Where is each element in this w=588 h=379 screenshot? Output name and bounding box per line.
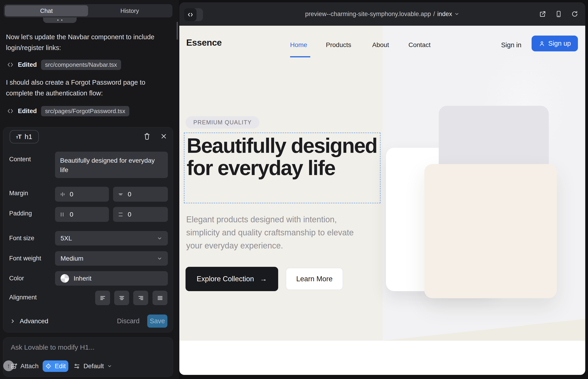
h1-selection-outline[interactable]: Beautifully designed for everyday life [184, 133, 380, 203]
arrow-up-icon: ↑ [7, 362, 10, 370]
margin-label: Margin [9, 190, 28, 197]
open-external-button[interactable] [538, 9, 547, 19]
chat-history-tabbar: Chat History [4, 4, 172, 17]
align-justify-button[interactable] [153, 291, 167, 305]
hero-heading[interactable]: Beautifully designed for everyday life [187, 134, 379, 179]
trash-icon [144, 133, 150, 140]
discard-button[interactable]: Discard [117, 315, 139, 328]
edit-mode-button[interactable]: Edit [43, 360, 68, 372]
chat-composer[interactable]: Ask Lovable to modify H1... Attach Edit … [3, 337, 173, 377]
align-center-icon [118, 295, 125, 301]
preview-browser-window: preview--charming-site-symphony.lovable.… [179, 2, 585, 375]
edited-file-row: Edited src/pages/ForgotPassword.tsx [7, 106, 129, 116]
close-editor-button[interactable] [160, 132, 168, 140]
site-preview: Essence Home Products About Contact Sign… [179, 26, 585, 375]
code-view-segment[interactable] [184, 8, 197, 21]
padding-label: Padding [9, 210, 32, 217]
color-label: Color [9, 275, 24, 282]
code-preview-toggle[interactable] [184, 8, 203, 21]
code-icon [187, 11, 194, 18]
alignment-label: Alignment [9, 294, 37, 301]
composer-toolbar: Attach Edit Default ↑ [3, 360, 173, 372]
composer-placeholder: Ask Lovable to modify H1... [11, 344, 94, 351]
refresh-icon [571, 11, 578, 17]
chevron-down-icon [157, 236, 162, 241]
sliders-icon [73, 363, 80, 370]
advanced-toggle[interactable]: Advanced [10, 315, 48, 328]
chat-message: Now let's update the Navbar component to… [6, 32, 169, 53]
chevron-down-icon [157, 256, 162, 261]
chat-scrollbar[interactable] [177, 22, 178, 40]
smartphone-icon [556, 11, 562, 17]
close-icon [160, 133, 167, 140]
padding-horizontal-icon [60, 211, 66, 218]
mobile-view-button[interactable] [554, 9, 563, 19]
chat-message: I should also create a Forgot Password p… [6, 77, 169, 99]
edited-label: Edited [18, 61, 37, 68]
code-icon [7, 108, 14, 114]
delete-element-button[interactable] [143, 132, 151, 140]
align-center-button[interactable] [114, 291, 129, 305]
align-left-button[interactable] [95, 291, 110, 305]
url-separator: / [433, 11, 435, 18]
file-path-badge[interactable]: src/components/Navbar.tsx [41, 60, 121, 70]
color-select[interactable]: Inherit [55, 271, 168, 286]
attach-button[interactable]: Attach [11, 360, 39, 372]
chat-sidebar: Chat History Now let's update the Navbar… [0, 0, 179, 379]
padding-vertical-icon [118, 211, 124, 218]
target-icon [45, 363, 52, 369]
content-input[interactable]: Beautifully designed for everyday life [55, 152, 168, 178]
url-domain: preview--charming-site-symphony.lovable.… [305, 11, 431, 18]
margin-horizontal-icon [60, 191, 66, 197]
padding-y-input[interactable]: 0 [113, 207, 168, 222]
tab-history[interactable]: History [88, 5, 171, 16]
external-link-icon [539, 11, 546, 17]
refresh-button[interactable] [570, 9, 579, 19]
explore-collection-button[interactable]: Explore Collection → [186, 267, 278, 291]
align-right-icon [137, 295, 144, 301]
learn-more-button[interactable]: Learn More [286, 268, 343, 290]
edited-label: Edited [18, 108, 37, 115]
browser-chrome: preview--charming-site-symphony.lovable.… [179, 2, 585, 26]
font-size-select[interactable]: 5XL [55, 231, 168, 245]
scrolled-pill-partial [43, 17, 77, 23]
hero-paragraph: Elegant products designed with intention… [186, 213, 356, 252]
align-right-button[interactable] [133, 291, 148, 305]
font-weight-label: Font weight [9, 255, 41, 262]
margin-y-input[interactable]: 0 [113, 187, 168, 202]
content-label: Content [9, 156, 31, 163]
edited-file-row: Edited src/components/Navbar.tsx [7, 60, 121, 70]
premium-quality-badge: PREMIUM QUALITY [186, 116, 259, 128]
tab-chat[interactable]: Chat [5, 5, 88, 16]
save-button[interactable]: Save [147, 315, 167, 328]
url-bar[interactable]: preview--charming-site-symphony.lovable.… [248, 2, 516, 26]
code-icon [7, 61, 14, 68]
element-tag-label: h1 [25, 133, 32, 141]
padding-x-input[interactable]: 0 [55, 207, 109, 222]
chevron-down-icon[interactable] [454, 12, 459, 16]
margin-vertical-icon [118, 191, 124, 197]
hero-section: PREMIUM QUALITY Beautifully designed for… [179, 26, 585, 341]
font-size-label: Font size [9, 235, 34, 242]
arrow-right-icon: → [260, 275, 267, 283]
align-justify-icon [157, 295, 164, 301]
url-page: index [437, 11, 452, 18]
font-weight-select[interactable]: Medium [55, 251, 168, 266]
chrome-actions [538, 2, 579, 26]
editor-footer: Advanced Discard Save [3, 315, 173, 328]
model-default-select[interactable]: Default [73, 360, 112, 372]
align-left-icon [99, 295, 106, 301]
next-section-background [179, 341, 585, 375]
file-path-badge[interactable]: src/pages/ForgotPassword.tsx [41, 106, 130, 116]
margin-x-input[interactable]: 0 [55, 187, 109, 202]
color-swatch-transparent [61, 274, 69, 283]
attach-image-icon [11, 363, 17, 370]
element-editor-panel: тT h1 Content Beautifully designed for e… [3, 127, 173, 332]
chevron-down-icon [107, 364, 112, 369]
chevron-right-icon [10, 319, 15, 324]
typography-icon: тT [16, 133, 21, 141]
selected-element-pill[interactable]: тT h1 [10, 130, 39, 143]
